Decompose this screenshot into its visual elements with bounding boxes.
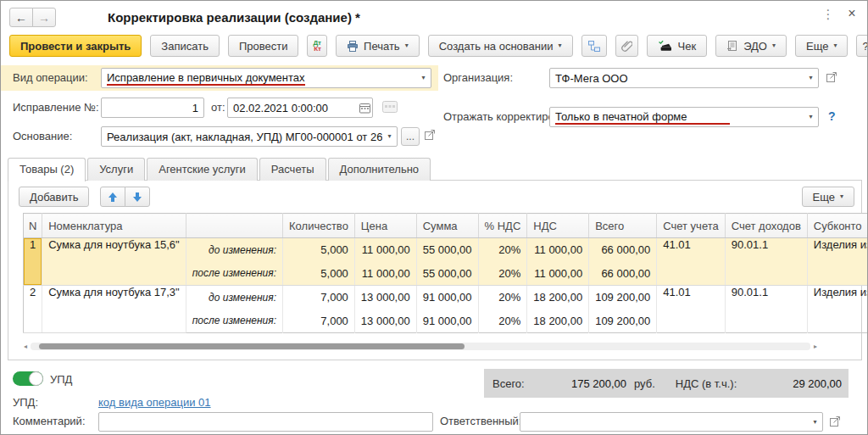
chevron-down-icon[interactable]: ▾: [382, 127, 397, 146]
totals-bar: Всего: 175 200,00 руб. НДС (в т.ч.): 29 …: [484, 369, 849, 398]
post-and-close-button[interactable]: Провести и закрыть: [9, 35, 142, 57]
table-cell-change-type: до изменения:: [186, 286, 282, 310]
table-cell-account[interactable]: 41.01: [657, 238, 726, 262]
table-cell-price[interactable]: 11 000,00: [354, 238, 416, 262]
table-cell-income-account[interactable]: 90.01.1: [725, 286, 807, 310]
basis-choose-button[interactable]: ...: [401, 127, 420, 146]
basis-field[interactable]: Реализация (акт, накладная, УПД) МГ00-00…: [101, 126, 398, 147]
upd-operation-code-link[interactable]: код вида операции 01: [98, 396, 211, 409]
move-up-button[interactable]: [100, 187, 125, 207]
correction-no-field[interactable]: 1: [101, 98, 204, 118]
related-documents-icon[interactable]: [382, 100, 398, 113]
create-based-on-button[interactable]: Создать на основании ▾: [428, 35, 573, 57]
print-button[interactable]: Печать ▾: [336, 35, 420, 57]
edo-button[interactable]: ЭДО ▾: [715, 35, 787, 57]
table-cell-total[interactable]: 66 000,00: [589, 262, 657, 286]
table-cell-vat[interactable]: 11 000,00: [527, 238, 589, 262]
toggle-knob: [29, 371, 43, 386]
table-cell-n: 2: [24, 286, 42, 333]
back-button[interactable]: ←: [9, 8, 33, 27]
scroll-right-icon[interactable]: ▸: [810, 343, 821, 350]
table-cell-sum[interactable]: 55 000,00: [416, 262, 478, 286]
check-button[interactable]: Чек: [647, 35, 708, 57]
scroll-left-icon[interactable]: ◂: [20, 343, 31, 350]
table-row[interactable]: 1Сумка для ноутбука 15,6"до изменения:5,…: [24, 238, 868, 262]
comment-input[interactable]: [98, 412, 433, 432]
basis-label: Основание:: [13, 126, 72, 147]
table-cell-nomenclature[interactable]: Сумка для ноутбука 15,6": [42, 238, 186, 286]
table-cell-total[interactable]: 109 200,00: [589, 310, 657, 333]
calendar-icon[interactable]: [358, 98, 372, 117]
table-cell-quantity[interactable]: 7,000: [283, 286, 355, 310]
scrollbar-track[interactable]: [31, 343, 810, 350]
table-cell-vat-rate[interactable]: 20%: [478, 310, 527, 333]
tab-agentskie-uslugi[interactable]: Агентские услуги: [147, 158, 258, 181]
scrollbar-thumb[interactable]: [39, 343, 465, 349]
responsible-field[interactable]: ▾: [520, 412, 823, 432]
table-cell-price[interactable]: 11 000,00: [354, 262, 416, 286]
create-based-on-label: Создать на основании: [439, 40, 554, 53]
table-cell-total[interactable]: 66 000,00: [589, 238, 657, 262]
table-row[interactable]: 2Сумка для ноутбука 17,3"до изменения:7,…: [24, 286, 868, 310]
tab-tovary[interactable]: Товары (2): [8, 158, 86, 181]
add-row-button[interactable]: Добавить: [19, 187, 89, 207]
edo-document-icon: [726, 40, 738, 52]
table-cell-quantity[interactable]: 7,000: [283, 310, 355, 333]
table-cell-change-type: после изменения:: [186, 310, 282, 333]
table-cell-subconto[interactable]: Изделия из кожи: [807, 286, 868, 310]
column-header-9: Счет учета: [657, 214, 726, 238]
table-cell-price[interactable]: 13 000,00: [354, 310, 416, 333]
table-cell-sum[interactable]: 91 000,00: [416, 286, 478, 310]
table-cell-change-type: до изменения:: [186, 238, 282, 262]
tab-uslugi[interactable]: Услуги: [87, 158, 145, 181]
items-panel: Добавить Еще ▾ NНоменклатураКоличествоЦе…: [8, 180, 862, 360]
reflect-help-icon[interactable]: ?: [828, 109, 836, 123]
organization-field[interactable]: ТФ-Мега ООО ▾: [549, 68, 819, 88]
help-button[interactable]: ?: [856, 35, 868, 57]
responsible-open-icon[interactable]: [829, 415, 841, 427]
dtkt-button[interactable]: ДтКт: [307, 35, 327, 57]
from-label: от:: [211, 98, 225, 118]
chevron-down-icon[interactable]: ▾: [416, 69, 431, 87]
table-cell-sum[interactable]: 55 000,00: [416, 238, 478, 262]
horizontal-scrollbar[interactable]: ◂ ▸: [20, 341, 821, 351]
more-button[interactable]: Еще ▾: [795, 35, 848, 57]
table-cell-vat[interactable]: 18 200,00: [527, 286, 589, 310]
table-cell-income-account[interactable]: 90.01.1: [725, 238, 807, 262]
chevron-down-icon[interactable]: ▾: [804, 69, 818, 87]
operation-select[interactable]: Исправление в первичных документах ▾: [101, 68, 431, 88]
column-header-10: Счет доходов: [725, 214, 807, 238]
table-cell-vat-rate[interactable]: 20%: [478, 286, 527, 310]
table-cell-nomenclature[interactable]: Сумка для ноутбука 17,3": [42, 286, 186, 333]
table-cell-vat[interactable]: 18 200,00: [527, 310, 589, 333]
table-cell-total[interactable]: 109 200,00: [589, 286, 657, 310]
table-cell-quantity[interactable]: 5,000: [283, 238, 355, 262]
table-cell-price[interactable]: 13 000,00: [354, 286, 416, 310]
table-cell-subconto[interactable]: Изделия из кожи: [807, 238, 868, 262]
tab-raschety[interactable]: Расчеты: [259, 158, 326, 181]
tab-dopolnitelno[interactable]: Дополнительно: [328, 158, 431, 181]
table-cell-account[interactable]: 41.01: [657, 286, 726, 310]
attachments-button[interactable]: [615, 35, 638, 57]
table-cell-quantity[interactable]: 5,000: [283, 262, 355, 286]
date-field[interactable]: 02.02.2021 0:00:00: [227, 98, 373, 118]
forward-button[interactable]: →: [32, 8, 56, 27]
organization-open-icon[interactable]: [826, 71, 837, 83]
reflect-select[interactable]: Только в печатной форме ▾: [549, 107, 819, 127]
close-button[interactable]: ×: [843, 6, 860, 25]
chevron-down-icon[interactable]: ▾: [804, 108, 818, 126]
check-label: Чек: [678, 40, 697, 53]
move-down-button[interactable]: [125, 187, 150, 207]
write-button[interactable]: Записать: [150, 35, 220, 57]
chevron-down-icon[interactable]: ▾: [808, 413, 822, 431]
table-cell-vat[interactable]: 11 000,00: [527, 262, 589, 286]
table-cell-sum[interactable]: 91 000,00: [416, 310, 478, 333]
table-cell-vat-rate[interactable]: 20%: [478, 238, 527, 262]
structure-button[interactable]: [581, 35, 607, 57]
window-menu-button[interactable]: ⋮: [821, 7, 835, 25]
items-more-button[interactable]: Еще ▾: [802, 187, 854, 207]
post-button[interactable]: Провести: [228, 35, 299, 57]
basis-open-icon[interactable]: [424, 129, 436, 141]
table-cell-vat-rate[interactable]: 20%: [478, 262, 527, 286]
upd-toggle[interactable]: [13, 371, 43, 386]
